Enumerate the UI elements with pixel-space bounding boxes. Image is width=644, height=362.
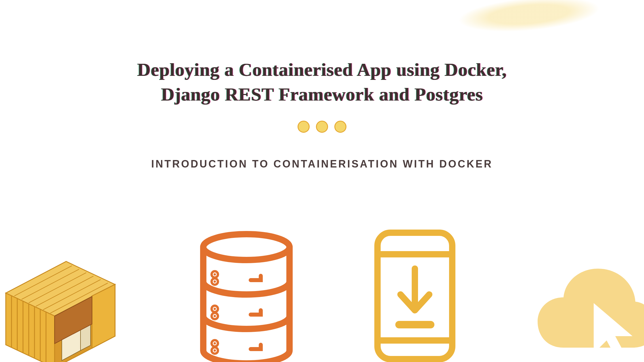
- phone-download-icon: [372, 227, 458, 362]
- svg-point-25: [214, 308, 216, 310]
- brush-stroke-decoration: [426, 0, 631, 49]
- svg-marker-16: [92, 284, 115, 348]
- dot-icon: [334, 121, 346, 133]
- svg-point-22: [203, 234, 290, 260]
- page-title: Deploying a Containerised App using Dock…: [32, 57, 612, 107]
- svg-point-26: [214, 315, 216, 317]
- svg-point-28: [214, 349, 216, 352]
- svg-point-24: [214, 280, 216, 283]
- database-icon: [195, 230, 298, 362]
- decorative-dots: [298, 121, 346, 133]
- svg-point-23: [214, 273, 216, 276]
- cloud-cursor-icon: [532, 259, 644, 362]
- heading-line-2: Django REST Framework and Postgres: [161, 84, 483, 105]
- illustration-row: [0, 201, 644, 362]
- page-subtitle: INTRODUCTION TO CONTAINERISATION WITH DO…: [32, 158, 612, 170]
- shipping-container-icon: [0, 250, 121, 362]
- heading-line-1: Deploying a Containerised App using Dock…: [137, 59, 507, 80]
- svg-point-27: [214, 342, 216, 344]
- dot-icon: [298, 121, 310, 133]
- dot-icon: [316, 121, 328, 133]
